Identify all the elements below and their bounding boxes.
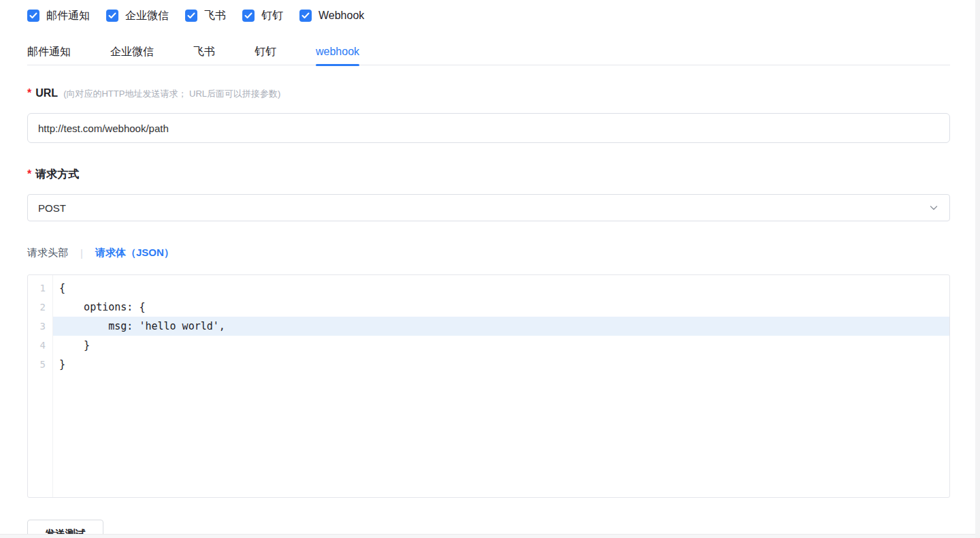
checkbox-label: 邮件通知: [46, 9, 90, 23]
chevron-down-icon: [928, 202, 939, 213]
checkbox-email-notify[interactable]: 邮件通知: [27, 9, 90, 23]
channel-checkbox-row: 邮件通知 企业微信 飞书 钉钉 Webhook: [27, 0, 950, 22]
tab-webhook[interactable]: webhook: [316, 45, 359, 65]
tab-request-body-json[interactable]: 请求体（JSON）: [95, 247, 174, 259]
tab-wecom[interactable]: 企业微信: [110, 45, 154, 65]
webhook-settings-panel: 邮件通知 企业微信 飞书 钉钉 Webhook 邮: [27, 0, 950, 538]
checkbox-checked-icon[interactable]: [185, 10, 197, 22]
gutter-separator: [52, 275, 53, 497]
tab-request-headers[interactable]: 请求头部: [27, 247, 68, 259]
checkbox-feishu[interactable]: 飞书: [185, 9, 226, 23]
checkbox-checked-icon[interactable]: [299, 10, 312, 22]
required-asterisk: *: [27, 168, 31, 180]
channel-tab-bar: 邮件通知 企业微信 飞书 钉钉 webhook: [27, 45, 950, 65]
checkbox-label: 飞书: [204, 9, 226, 23]
code-text: }: [52, 336, 949, 355]
request-part-tabs: 请求头部 | 请求体（JSON）: [27, 247, 950, 259]
checkbox-wecom[interactable]: 企业微信: [106, 9, 169, 23]
checkbox-checked-icon[interactable]: [106, 10, 118, 22]
checkbox-webhook[interactable]: Webhook: [299, 10, 364, 22]
checkbox-checked-icon[interactable]: [242, 10, 255, 22]
webhook-url-input[interactable]: [27, 113, 950, 143]
checkbox-checked-icon[interactable]: [27, 10, 39, 22]
tab-dingtalk[interactable]: 钉钉: [255, 45, 276, 65]
vertical-scrollbar[interactable]: [975, 0, 980, 538]
next-section-edge: [0, 534, 980, 538]
line-number: 5: [28, 355, 52, 374]
code-text: msg: 'hello world',: [52, 317, 949, 336]
required-asterisk: *: [27, 87, 31, 99]
code-text: {: [52, 279, 949, 298]
url-hint-text: (向对应的HTTP地址发送请求； URL后面可以拼接参数): [63, 88, 280, 100]
url-label-text: URL: [35, 87, 58, 99]
checkbox-label: 企业微信: [125, 9, 169, 23]
code-text: options: {: [52, 298, 949, 317]
code-line: 1 {: [28, 279, 949, 298]
code-line: 2 options: {: [28, 298, 949, 317]
checkbox-label: Webhook: [318, 10, 364, 22]
request-method-select[interactable]: POST: [27, 194, 950, 221]
subtab-divider: |: [80, 247, 83, 259]
code-text: }: [52, 355, 949, 374]
method-label-text: 请求方式: [35, 168, 79, 182]
tab-email-notify[interactable]: 邮件通知: [27, 45, 71, 65]
code-line: 5 }: [28, 355, 949, 374]
line-number: 1: [28, 279, 52, 298]
line-number: 2: [28, 298, 52, 317]
code-line-highlighted: 3 msg: 'hello world',: [28, 317, 949, 336]
tab-feishu[interactable]: 飞书: [193, 45, 215, 65]
line-number: 3: [28, 317, 52, 336]
method-field-label: * 请求方式: [27, 168, 950, 182]
line-number: 4: [28, 336, 52, 355]
selected-method-value: POST: [38, 202, 66, 214]
checkbox-label: 钉钉: [261, 9, 283, 23]
checkbox-dingtalk[interactable]: 钉钉: [242, 9, 283, 23]
json-body-editor[interactable]: 1 { 2 options: { 3 msg: 'hello world', 4…: [27, 274, 950, 498]
code-line: 4 }: [28, 336, 949, 355]
url-field-label: * URL (向对应的HTTP地址发送请求； URL后面可以拼接参数): [27, 87, 950, 100]
